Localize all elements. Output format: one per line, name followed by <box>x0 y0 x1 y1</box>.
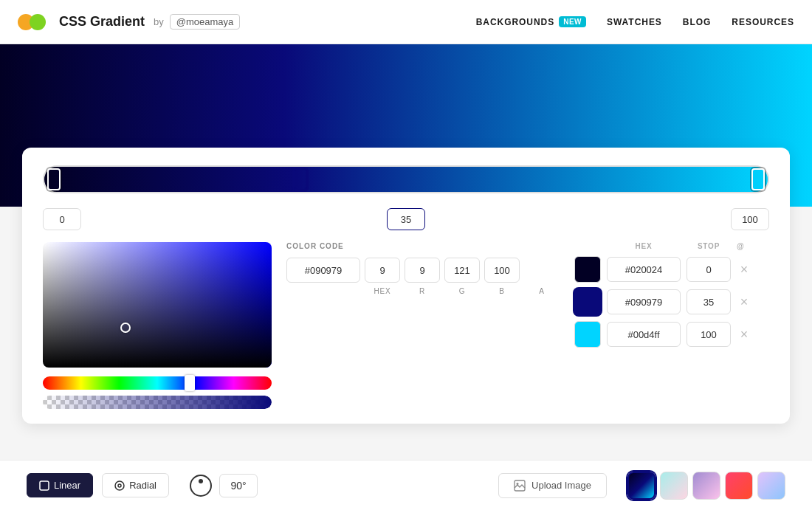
preset-swatch-2[interactable] <box>660 472 688 500</box>
main-panel: COLOR CODE HEX R G B A HEX STOP @ <box>22 148 790 424</box>
radial-icon <box>114 480 125 491</box>
saturation-cursor <box>120 323 131 333</box>
stop-handle-3[interactable] <box>751 168 765 190</box>
stop-pos-1[interactable] <box>43 208 81 230</box>
linear-mode-button[interactable]: Linear <box>27 473 93 497</box>
nav-backgrounds[interactable]: BACKGROUNDS <box>476 17 555 27</box>
hex-label: HEX <box>365 287 400 295</box>
color-b-input[interactable] <box>444 258 480 283</box>
logo <box>18 14 46 30</box>
color-input-labels: HEX R G B A <box>286 287 560 295</box>
stop-swatch-2[interactable] <box>574 289 601 315</box>
a-label: A <box>524 287 560 295</box>
svg-rect-0 <box>40 481 49 490</box>
alpha-gradient <box>43 396 272 409</box>
alpha-slider[interactable] <box>43 396 272 409</box>
nav-backgrounds-wrap: BACKGROUNDS NEW <box>476 16 586 27</box>
stop-hex-3[interactable] <box>607 322 681 347</box>
color-picker-panel <box>43 242 272 409</box>
brand-author[interactable]: @moeamaya <box>170 14 241 30</box>
stop-row-1: × <box>574 256 769 283</box>
preset-swatch-3[interactable] <box>692 472 720 500</box>
svg-point-1 <box>115 481 124 490</box>
stop-delete-1[interactable]: × <box>737 262 751 278</box>
hue-thumb <box>185 375 195 391</box>
color-a-input[interactable] <box>484 258 520 283</box>
bottom-section: COLOR CODE HEX R G B A HEX STOP @ <box>43 242 769 409</box>
stop-handle-2[interactable] <box>294 168 307 190</box>
linear-label: Linear <box>54 480 80 491</box>
color-r-input[interactable] <box>365 258 400 283</box>
header-nav: BACKGROUNDS NEW SWATCHES BLOG RESOURCES <box>476 16 794 27</box>
stops-header: HEX STOP @ <box>574 242 769 250</box>
stop-row-2: × <box>574 289 769 315</box>
color-code-section: COLOR CODE HEX R G B A <box>286 242 560 409</box>
preset-swatch-1[interactable] <box>627 472 656 500</box>
nav-swatches[interactable]: SWATCHES <box>607 17 662 27</box>
color-g-input[interactable] <box>405 258 440 283</box>
preset-swatches <box>627 472 785 500</box>
angle-input[interactable] <box>219 474 258 497</box>
preset-swatch-5[interactable] <box>757 472 785 500</box>
bottom-bar: Linear Radial Upload Image <box>0 460 812 510</box>
preset-swatch-4[interactable] <box>725 472 753 500</box>
angle-circle[interactable] <box>190 475 212 497</box>
stop-swatch-3[interactable] <box>574 321 601 348</box>
b-label: B <box>484 287 520 295</box>
angle-selector <box>190 474 258 497</box>
brand-by: by <box>154 16 164 27</box>
hex-col-label: HEX <box>607 242 681 250</box>
linear-icon <box>39 480 49 491</box>
upload-label: Upload Image <box>531 480 591 491</box>
radial-mode-button[interactable]: Radial <box>102 473 169 497</box>
saturation-box[interactable] <box>43 242 272 368</box>
nav-blog[interactable]: BLOG <box>683 17 712 27</box>
nav-new-badge: NEW <box>559 16 586 27</box>
stop-num-3[interactable] <box>687 322 731 347</box>
stop-hex-2[interactable] <box>607 289 681 314</box>
color-hex-input[interactable] <box>286 258 360 283</box>
stop-swatch-1[interactable] <box>574 256 601 283</box>
svg-point-2 <box>118 484 121 487</box>
upload-icon <box>514 480 526 492</box>
at-col-label: @ <box>737 242 745 250</box>
r-label: R <box>405 287 440 295</box>
stop-row-3: × <box>574 321 769 348</box>
stop-col-label: STOP <box>687 242 731 250</box>
color-code-label: COLOR CODE <box>286 242 560 250</box>
radial-label: Radial <box>129 480 156 491</box>
stops-section: HEX STOP @ × × <box>574 242 769 409</box>
nav-resources[interactable]: RESOURCES <box>732 17 794 27</box>
header-left: CSS Gradient by @moeamaya <box>18 14 240 30</box>
stop-handle-1[interactable] <box>47 168 61 190</box>
stop-delete-3[interactable]: × <box>737 327 751 342</box>
stop-positions <box>43 208 769 230</box>
brand-name: CSS Gradient <box>59 14 145 30</box>
gradient-bar[interactable] <box>43 165 769 193</box>
stop-pos-3[interactable] <box>731 208 769 230</box>
stop-num-2[interactable] <box>687 289 731 314</box>
gradient-bar-wrap <box>43 165 769 193</box>
stop-pos-2[interactable] <box>387 208 425 230</box>
stop-delete-2[interactable]: × <box>737 294 751 310</box>
header: CSS Gradient by @moeamaya BACKGROUNDS NE… <box>0 0 812 44</box>
upload-image-button[interactable]: Upload Image <box>498 473 607 498</box>
stop-num-1[interactable] <box>687 257 731 282</box>
logo-circle-green <box>30 14 46 30</box>
stop-hex-1[interactable] <box>607 257 681 282</box>
angle-dot <box>199 479 203 483</box>
g-label: G <box>444 287 480 295</box>
color-inputs-row <box>286 258 560 283</box>
hue-slider[interactable] <box>43 376 272 390</box>
